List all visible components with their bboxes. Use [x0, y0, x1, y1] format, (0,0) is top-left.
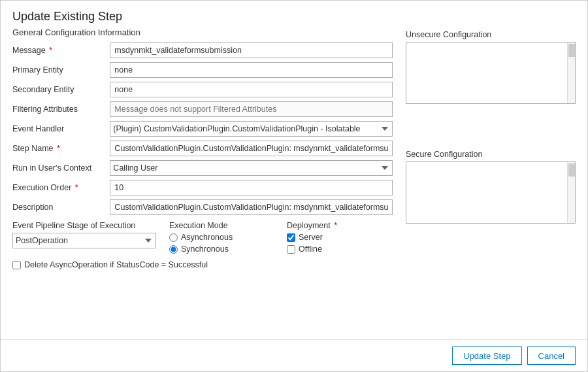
event-handler-row: Event Handler (Plugin) CustomValidationP… — [12, 119, 393, 139]
primary-entity-field[interactable] — [110, 60, 393, 80]
execution-mode-radio-group: Asynchronous Synchronous — [169, 233, 274, 254]
execution-mode-section: Execution Mode Asynchronous Synchronous — [169, 221, 274, 254]
filtering-input[interactable] — [110, 101, 393, 117]
update-step-dialog: Update Existing Step General Configurati… — [0, 0, 588, 372]
filtering-row: Filtering Attributes — [12, 99, 393, 119]
primary-entity-row: Primary Entity — [12, 60, 393, 80]
message-label: Message * — [12, 41, 110, 60]
description-field[interactable] — [110, 197, 393, 217]
secondary-entity-label: Secondary Entity — [12, 80, 110, 99]
secure-config-section: Secure Configuration — [406, 150, 576, 224]
run-in-context-select[interactable]: Calling User — [110, 160, 393, 176]
unsecure-textarea-wrapper — [406, 42, 576, 104]
right-panel: Unsecure Configuration Secure Configurat… — [406, 27, 576, 339]
event-handler-field[interactable]: (Plugin) CustomValidationPlugin.CustomVa… — [110, 119, 393, 139]
execution-order-input[interactable] — [110, 180, 393, 195]
form-table: Message * Primary Entity Secondary Entit… — [12, 41, 393, 217]
offline-checkbox[interactable] — [287, 245, 295, 254]
execution-order-field[interactable] — [110, 178, 393, 197]
event-handler-select[interactable]: (Plugin) CustomValidationPlugin.CustomVa… — [110, 121, 393, 137]
offline-checkbox-item: Offline — [287, 245, 365, 254]
message-input[interactable] — [110, 42, 393, 58]
dialog-title: Update Existing Step — [1, 1, 587, 27]
run-in-context-label: Run in User's Context — [12, 158, 110, 178]
description-row: Description — [12, 197, 393, 217]
event-handler-label: Event Handler — [12, 119, 110, 139]
filtering-label: Filtering Attributes — [12, 99, 110, 119]
async-label[interactable]: Asynchronous — [181, 233, 233, 242]
deployment-checkbox-group: Server Offline — [287, 233, 365, 254]
step-name-required: * — [55, 144, 60, 153]
message-required: * — [47, 46, 52, 55]
cancel-button[interactable]: Cancel — [527, 347, 576, 365]
dialog-footer: Update Step Cancel — [1, 339, 587, 371]
server-label[interactable]: Server — [299, 233, 323, 242]
secure-scrollbar-thumb — [568, 163, 575, 177]
step-name-row: Step Name * — [12, 139, 393, 158]
unsecure-config-textarea[interactable] — [406, 42, 567, 103]
server-checkbox-item: Server — [287, 233, 365, 242]
primary-entity-label: Primary Entity — [12, 60, 110, 80]
primary-entity-input[interactable] — [110, 62, 393, 78]
async-radio[interactable] — [169, 233, 178, 242]
step-name-label: Step Name * — [12, 139, 110, 158]
pipeline-stage-select[interactable]: PostOperation — [12, 233, 156, 248]
delete-async-label[interactable]: Delete AsyncOperation if StatusCode = Su… — [24, 260, 208, 269]
general-section-title: General Configuration Information — [12, 27, 393, 37]
secure-textarea-wrapper — [406, 161, 576, 224]
execution-mode-label: Execution Mode — [169, 221, 274, 230]
run-in-context-field[interactable]: Calling User — [110, 158, 393, 178]
pipeline-stage-section: Event Pipeline Stage of Execution PostOp… — [12, 221, 156, 248]
deployment-section: Deployment * Server Offline — [287, 221, 365, 254]
left-panel: General Configuration Information Messag… — [12, 27, 393, 339]
unsecure-config-section: Unsecure Configuration — [406, 30, 576, 104]
bottom-section: Event Pipeline Stage of Execution PostOp… — [12, 221, 393, 254]
delete-async-section: Delete AsyncOperation if StatusCode = Su… — [12, 260, 393, 269]
unsecure-scrollbar[interactable] — [567, 42, 575, 103]
delete-async-checkbox[interactable] — [12, 261, 21, 269]
offline-label[interactable]: Offline — [299, 245, 322, 254]
secondary-entity-row: Secondary Entity — [12, 80, 393, 99]
dialog-body: General Configuration Information Messag… — [1, 27, 587, 339]
sync-radio-item: Synchronous — [169, 245, 274, 254]
execution-order-row: Execution Order * — [12, 178, 393, 197]
filtering-field[interactable] — [110, 99, 393, 119]
secure-config-textarea[interactable] — [406, 162, 567, 223]
execution-order-label: Execution Order * — [12, 178, 110, 197]
unsecure-scrollbar-thumb — [568, 44, 575, 57]
step-name-field[interactable] — [110, 139, 393, 158]
secondary-entity-input[interactable] — [110, 82, 393, 97]
message-field[interactable] — [110, 41, 393, 60]
execution-order-required: * — [73, 183, 78, 192]
run-in-context-row: Run in User's Context Calling User — [12, 158, 393, 178]
pipeline-stage-label: Event Pipeline Stage of Execution — [12, 221, 156, 230]
secure-scrollbar[interactable] — [567, 162, 575, 223]
step-name-input[interactable] — [110, 141, 393, 156]
sync-label[interactable]: Synchronous — [181, 245, 229, 254]
unsecure-config-title: Unsecure Configuration — [406, 30, 576, 39]
secure-config-title: Secure Configuration — [406, 150, 576, 159]
update-step-button[interactable]: Update Step — [452, 347, 521, 365]
message-row: Message * — [12, 41, 393, 60]
description-label: Description — [12, 197, 110, 217]
description-input[interactable] — [110, 199, 393, 215]
server-checkbox[interactable] — [287, 233, 295, 242]
secondary-entity-field[interactable] — [110, 80, 393, 99]
async-radio-item: Asynchronous — [169, 233, 274, 242]
sync-radio[interactable] — [169, 245, 178, 254]
deployment-label: Deployment * — [287, 221, 365, 230]
deployment-required: * — [332, 221, 337, 230]
